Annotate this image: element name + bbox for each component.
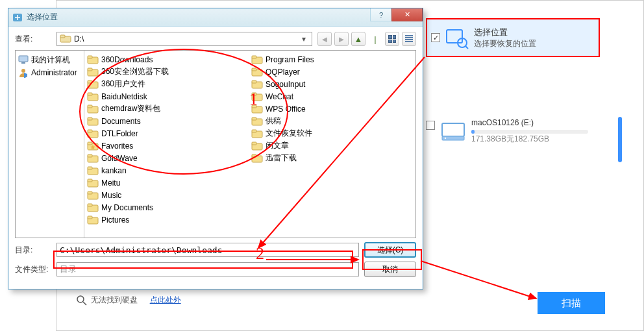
svg-rect-10	[60, 35, 65, 38]
folder-name: 闲文章	[266, 140, 289, 151]
drive-icon	[60, 34, 71, 44]
help-button[interactable]: ?	[370, 8, 392, 21]
tree-item-label: 我的计算机	[31, 55, 70, 66]
location-card-text: 选择位置 选择要恢复的位置	[474, 27, 536, 49]
folder-item[interactable]: Music	[86, 189, 250, 201]
click-here-link[interactable]: 点此处外	[150, 295, 181, 306]
folder-item[interactable]: My Documents	[86, 201, 250, 214]
tree-my-computer[interactable]: 我的计算机	[17, 53, 82, 66]
nav-up-button[interactable]: ▲	[351, 32, 365, 46]
svg-rect-15	[88, 56, 92, 58]
folder-item[interactable]: BaiduNetdisk	[86, 90, 250, 103]
directory-row: 目录: 选择(C)	[8, 238, 423, 258]
folder-icon	[87, 129, 99, 139]
choose-button[interactable]: 选择(C)	[364, 242, 416, 258]
folder-item[interactable]: Program Files	[250, 53, 414, 66]
folder-name: Program Files	[266, 55, 314, 64]
svg-rect-0	[447, 30, 462, 43]
annotation-label-1: 1	[249, 90, 258, 109]
svg-point-5	[445, 138, 446, 139]
drive-checkbox[interactable]	[426, 121, 435, 130]
folder-item[interactable]: Meitu	[86, 177, 250, 189]
right-scrollbar[interactable]	[618, 117, 622, 162]
dir-label: 目录:	[15, 245, 51, 256]
folder-name: 360安全浏览器下载	[101, 66, 169, 77]
svg-rect-3	[442, 123, 464, 136]
svg-rect-25	[88, 117, 92, 120]
drive-usage-bar	[471, 130, 588, 134]
folder-icon	[87, 55, 99, 65]
folder-item[interactable]: 供稿	[250, 115, 414, 127]
folder-item[interactable]: 360安全浏览器下载	[86, 66, 250, 78]
folder-item[interactable]: 闲文章	[250, 140, 414, 152]
choose-button-label: 选择(C)	[377, 245, 404, 256]
folder-item[interactable]: WeChat	[250, 90, 414, 103]
drive-item-e[interactable]: macOS10126 (E:) 171.38GB无182.75GB	[426, 118, 608, 145]
drive-text: macOS10126 (E:) 171.38GB无182.75GB	[471, 118, 588, 145]
folder-icon	[87, 116, 99, 127]
folder-item[interactable]: DTLFolder	[86, 127, 250, 140]
folder-item[interactable]: chemdraw资料包	[86, 103, 250, 115]
lookin-dropdown[interactable]: D:\ ▾	[56, 32, 312, 46]
svg-rect-31	[88, 154, 92, 157]
folder-name: 迅雷下载	[266, 153, 297, 164]
view-large-icons-button[interactable]	[385, 32, 399, 46]
chevron-down-icon[interactable]: ▾	[299, 34, 309, 43]
folder-icon	[87, 79, 99, 90]
folder-item[interactable]: 文件恢复软件	[250, 127, 414, 140]
folder-name: DTLFolder	[101, 129, 138, 138]
folder-item[interactable]: QQPlayer	[250, 66, 414, 78]
view-list-button[interactable]	[402, 32, 416, 46]
tree-user[interactable]: Administrator	[17, 66, 82, 79]
cancel-button[interactable]: 取消	[364, 262, 416, 277]
filetype-input	[56, 262, 359, 276]
places-tree[interactable]: 我的计算机 Administrator	[16, 51, 84, 238]
svg-rect-57	[252, 142, 256, 145]
nav-fwd-button[interactable]: ►	[334, 32, 349, 46]
folder-item[interactable]: SogouInput	[250, 78, 414, 90]
dialog-titlebar[interactable]: 选择位置 ? ✕	[8, 8, 423, 27]
folder-icon	[87, 141, 99, 151]
folder-item[interactable]: Favorites	[86, 140, 250, 152]
lookin-row: 查看: D:\ ▾ ◄ ► ▲ |	[8, 27, 423, 50]
folder-item[interactable]: WPS Office	[250, 103, 414, 115]
folder-item[interactable]: 360Downloads	[86, 53, 250, 66]
folder-name: WeChat	[266, 92, 293, 101]
svg-rect-55	[252, 130, 256, 132]
svg-rect-45	[252, 68, 256, 71]
folder-icon	[87, 190, 99, 201]
nav-back-button[interactable]: ◄	[317, 32, 332, 46]
folder-name: 供稿	[266, 116, 281, 127]
folder-name: Favorites	[101, 141, 133, 151]
folder-name: 360Downloads	[101, 55, 153, 64]
tree-item-label: Administrator	[31, 68, 77, 77]
folder-name: Documents	[101, 117, 141, 126]
folder-item[interactable]: Documents	[86, 115, 250, 127]
location-selection-card[interactable]: ✓ 选择位置 选择要恢复的位置	[426, 18, 600, 57]
folder-icon	[251, 55, 263, 65]
close-button[interactable]: ✕	[391, 8, 423, 21]
location-checkbox[interactable]: ✓	[431, 33, 440, 42]
svg-rect-27	[88, 130, 92, 132]
svg-point-6	[77, 296, 84, 302]
scan-button[interactable]: 扫描	[538, 292, 605, 314]
folder-icon	[87, 92, 99, 102]
folder-item[interactable]: 迅雷下载	[250, 152, 414, 164]
folder-name: kankan	[101, 166, 127, 175]
svg-rect-47	[252, 80, 256, 83]
folder-name: chemdraw资料包	[101, 103, 160, 114]
folder-item[interactable]: Pictures	[86, 214, 250, 226]
svg-rect-17	[88, 68, 92, 71]
annotation-arrow-scan	[421, 258, 551, 312]
folder-item[interactable]: kankan	[86, 164, 250, 177]
folder-name: BaiduNetdisk	[101, 92, 147, 101]
directory-input[interactable]	[56, 243, 359, 257]
folder-name: GoldWave	[101, 154, 138, 163]
folder-item[interactable]: GoldWave	[86, 152, 250, 164]
folder-icon	[87, 202, 99, 213]
folder-item[interactable]: 360用户文件	[86, 78, 250, 90]
folder-name: Meitu	[101, 178, 120, 188]
folder-list[interactable]: 360Downloads360安全浏览器下载360用户文件BaiduNetdis…	[84, 51, 415, 238]
choose-location-dialog: 选择位置 ? ✕ 查看: D:\ ▾ ◄ ► ▲ |	[8, 8, 423, 289]
svg-rect-35	[88, 179, 92, 182]
